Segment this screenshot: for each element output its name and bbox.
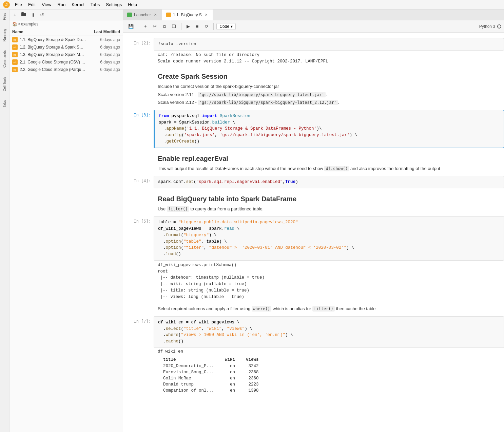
code-cell-5[interactable]: table = "bigquery-public-data.wikipedia.…	[154, 216, 504, 261]
code-cell-7[interactable]: df_wiki_en = df_wiki_pageviews \ .select…	[154, 316, 504, 348]
copy-cell-button[interactable]: ⧉	[160, 23, 168, 30]
cell-title: 2020_Democratic_P...	[158, 363, 219, 369]
cell-prompt-md	[123, 67, 154, 109]
list-item[interactable]: nb 1.3. BigQuery Storage & Spark MLi... …	[9, 51, 123, 58]
stop-button[interactable]: ■	[194, 23, 201, 30]
toolbar-sep-3	[213, 23, 214, 30]
md-p-repl: This will output the results of DataFram…	[158, 165, 500, 172]
cell-body-md-repl: Enable repl.eagerEval This will output t…	[154, 149, 504, 175]
menu-kernel[interactable]: Kernel	[69, 1, 87, 8]
list-item[interactable]: nb 1.1. BigQuery Storage & Spark Data...…	[9, 36, 123, 43]
list-item[interactable]: nb 2.2. Google Cloud Storage (Parquet...…	[9, 66, 123, 73]
output-cell-5: df_wiki_pageviews.printSchema() root |--…	[154, 261, 504, 302]
sidebar-icon-panel: Files Running Commands Cell Tools Tabs	[0, 10, 9, 432]
file-toolbar: + ⬆ ↺	[9, 10, 123, 20]
cell-type-label: Code	[219, 24, 229, 29]
output-cell-2: cat: /release: No such file or directory…	[154, 51, 504, 66]
cell-prompt-md-bq	[123, 190, 154, 215]
cell-body-md-select: Select required columns and apply a filt…	[154, 303, 504, 315]
sidebar-files-label[interactable]: Files	[2, 11, 7, 22]
cell-body-7[interactable]: df_wiki_en = df_wiki_pageviews \ .select…	[154, 316, 504, 398]
kernel-name: Python 3	[479, 24, 495, 29]
menu-help[interactable]: Help	[125, 1, 140, 8]
cell-body-2[interactable]: !scala -version cat: /release: No such f…	[154, 38, 504, 66]
home-icon[interactable]: 🏠	[12, 22, 17, 26]
cell-views: 2360	[240, 375, 264, 381]
code-cell-2[interactable]: !scala -version	[154, 38, 504, 51]
md-heading-bq: Read BigQuery table into Spark DataFrame	[158, 195, 500, 203]
file-modified: 6 days ago	[86, 67, 120, 72]
tab-launcher[interactable]: Launcher ✕	[123, 10, 162, 20]
menu-file[interactable]: File	[12, 1, 25, 8]
tab-notebook-label: 1.1. BigQuery S	[173, 13, 202, 17]
cell-body-3[interactable]: from pyspark.sql import SparkSession spa…	[154, 110, 504, 148]
add-cell-button[interactable]: +	[142, 23, 149, 30]
file-modified: 6 days ago	[86, 45, 120, 50]
list-item[interactable]: nb 2.1. Google Cloud Storage (CSV) & ...…	[9, 58, 123, 66]
cell-md-spark: Create Spark Session Include the correct…	[123, 67, 504, 109]
md-p-3: Scala version 2.12 - 'gs://spark-lib/big…	[158, 99, 500, 106]
kernel-indicator: Python 3	[479, 24, 501, 29]
restart-button[interactable]: ↺	[202, 23, 211, 30]
table-row: Comparison_of_onl... en 1398	[158, 388, 264, 394]
col-header-title: title	[158, 357, 219, 363]
toolbar-sep-1	[139, 23, 139, 30]
refresh-button[interactable]: ↺	[39, 12, 45, 18]
menu-view[interactable]: View	[39, 1, 54, 8]
table-row: Eurovision_Song_C... en 2368	[158, 369, 264, 375]
menu-tabs[interactable]: Tabs	[88, 1, 102, 8]
file-name: 1.3. BigQuery Storage & Spark MLi...	[20, 52, 86, 57]
output-cell-7: df_wiki_en title wiki views	[154, 348, 504, 398]
file-modified: 6 days ago	[86, 52, 120, 57]
code-cell-3[interactable]: from pyspark.sql import SparkSession spa…	[155, 110, 504, 148]
tab-launcher-close[interactable]: ✕	[153, 13, 158, 17]
cell-prompt-7: In [7]:	[123, 316, 154, 398]
file-browser: + ⬆ ↺ 🏠 > examples Name Last Modified nb…	[9, 10, 123, 432]
cell-type-selector[interactable]: Code ▾	[216, 23, 236, 30]
file-path: 🏠 > examples	[9, 20, 123, 28]
cell-2: In [2]: !scala -version cat: /release: N…	[123, 38, 504, 66]
run-button[interactable]: ▶	[184, 23, 192, 30]
sidebar-tabs-label[interactable]: Tabs	[2, 98, 7, 109]
menu-settings[interactable]: Settings	[103, 1, 124, 8]
save-button[interactable]: 💾	[126, 23, 136, 30]
paste-cell-button[interactable]: ❑	[170, 23, 178, 30]
cell-views: 2223	[240, 381, 264, 388]
cell-views: 2368	[240, 369, 264, 375]
cell-body-md-bq: Read BigQuery table into Spark DataFrame…	[154, 190, 504, 215]
kernel-status-circle	[497, 24, 501, 29]
path-examples[interactable]: examples	[21, 22, 38, 26]
tab-notebook-close[interactable]: ✕	[204, 13, 209, 17]
cell-title: Comparison_of_onl...	[158, 388, 219, 394]
code-cell-4[interactable]: spark.conf.set("spark.sql.repl.eagerEval…	[154, 176, 504, 188]
sidebar-celltools-label[interactable]: Cell Tools	[2, 75, 7, 93]
cell-5: In [5]: table = "bigquery-public-data.wi…	[123, 216, 504, 301]
sidebar-running-label[interactable]: Running	[2, 27, 7, 43]
launcher-tab-icon	[127, 13, 132, 17]
notebook-icon: nb	[12, 52, 18, 57]
svg-text:J: J	[5, 2, 8, 7]
cell-wiki: en	[219, 388, 240, 394]
cell-body-4[interactable]: spark.conf.set("spark.sql.repl.eagerEval…	[154, 176, 504, 188]
cell-views: 1398	[240, 388, 264, 394]
upload-button[interactable]: ⬆	[30, 12, 37, 18]
cell-title: Eurovision_Song_C...	[158, 369, 219, 375]
menu-edit[interactable]: Edit	[25, 1, 38, 8]
cell-md-repl: Enable repl.eagerEval This will output t…	[123, 149, 504, 175]
sidebar-commands-label[interactable]: Commands	[2, 48, 7, 70]
md-p-2: Scala version 2.11 - 'gs://spark-lib/big…	[158, 91, 500, 98]
menu-run[interactable]: Run	[55, 1, 68, 8]
cell-wiki: en	[219, 381, 240, 388]
new-folder-button[interactable]	[20, 11, 28, 19]
tab-notebook[interactable]: 1.1. BigQuery S ✕	[162, 10, 213, 20]
new-file-button[interactable]: +	[12, 12, 18, 18]
table-row: Colin_McRae en 2360	[158, 375, 264, 381]
cell-body-5[interactable]: table = "bigquery-public-data.wikipedia.…	[154, 216, 504, 301]
notebook-icon: nb	[12, 37, 18, 42]
md-p-select: Select required columns and apply a filt…	[158, 305, 500, 312]
cut-cell-button[interactable]: ✂	[151, 23, 159, 30]
cell-type-chevron: ▾	[231, 24, 233, 29]
list-item[interactable]: nb 1.2. BigQuery Storage & Spark SQL ...…	[9, 43, 123, 51]
cell-prompt-2: In [2]:	[123, 38, 154, 66]
cell-title: Colin_McRae	[158, 375, 219, 381]
